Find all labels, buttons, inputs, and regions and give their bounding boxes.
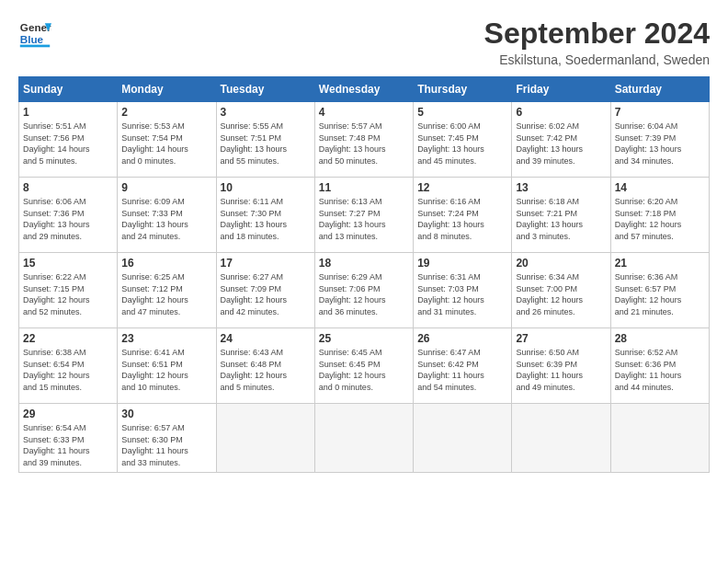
daylight-text: and 57 minutes. [615, 231, 705, 243]
daylight-text: Daylight: 12 hours [221, 370, 311, 382]
table-cell: 25Sunrise: 6:45 AMSunset: 6:45 PMDayligh… [314, 328, 413, 404]
header: General Blue September 2024 Eskilstuna, … [18, 17, 710, 67]
table-cell: 14Sunrise: 6:20 AMSunset: 7:18 PMDayligh… [610, 178, 709, 253]
table-cell: 12Sunrise: 6:16 AMSunset: 7:24 PMDayligh… [414, 178, 512, 253]
calendar-table: Sunday Monday Tuesday Wednesday Thursday… [18, 76, 710, 473]
week-row-3: 15Sunrise: 6:22 AMSunset: 7:15 PMDayligh… [19, 253, 710, 328]
table-cell: 29Sunrise: 6:54 AMSunset: 6:33 PMDayligh… [19, 404, 118, 473]
day-number: 27 [516, 332, 606, 345]
day-number: 15 [23, 257, 113, 270]
day-number: 23 [121, 332, 211, 345]
daylight-text: Daylight: 11 hours [121, 445, 211, 457]
daylight-text: Daylight: 13 hours [319, 144, 409, 155]
day-number: 4 [319, 106, 409, 119]
daylight-text: and 31 minutes. [417, 306, 507, 318]
col-tuesday: Tuesday [216, 77, 314, 102]
daylight-text: Daylight: 13 hours [221, 219, 311, 231]
day-number: 2 [121, 106, 211, 119]
day-number: 30 [121, 408, 211, 420]
sunrise-text: Sunrise: 6:06 AM [23, 196, 113, 208]
daylight-text: and 52 minutes. [23, 306, 113, 318]
day-number: 7 [615, 106, 705, 119]
daylight-text: and 18 minutes. [221, 231, 311, 243]
day-number: 5 [417, 106, 507, 119]
sunset-text: Sunset: 7:15 PM [23, 283, 113, 295]
sunset-text: Sunset: 6:48 PM [221, 359, 311, 371]
daylight-text: and 34 minutes. [615, 155, 705, 167]
daylight-text: and 10 minutes. [121, 382, 211, 394]
sunset-text: Sunset: 7:12 PM [121, 283, 211, 295]
daylight-text: Daylight: 12 hours [319, 370, 409, 382]
sunset-text: Sunset: 7:45 PM [417, 132, 507, 144]
main-title: September 2024 [484, 17, 710, 51]
week-row-1: 1Sunrise: 5:51 AMSunset: 7:56 PMDaylight… [19, 102, 710, 178]
sunrise-text: Sunrise: 5:51 AM [23, 121, 113, 132]
daylight-text: and 0 minutes. [319, 382, 409, 394]
table-cell: 23Sunrise: 6:41 AMSunset: 6:51 PMDayligh… [118, 328, 216, 404]
sunrise-text: Sunrise: 6:52 AM [615, 347, 705, 359]
table-cell: 15Sunrise: 6:22 AMSunset: 7:15 PMDayligh… [19, 253, 118, 328]
sunrise-text: Sunrise: 5:55 AM [221, 121, 311, 132]
daylight-text: and 15 minutes. [23, 382, 113, 394]
daylight-text: and 42 minutes. [221, 306, 311, 318]
sunrise-text: Sunrise: 6:43 AM [221, 347, 311, 359]
sunrise-text: Sunrise: 6:02 AM [516, 121, 606, 132]
sunrise-text: Sunrise: 6:57 AM [121, 422, 211, 434]
sunset-text: Sunset: 7:30 PM [221, 208, 311, 220]
table-cell: 19Sunrise: 6:31 AMSunset: 7:03 PMDayligh… [414, 253, 512, 328]
day-number: 10 [221, 181, 311, 194]
sunrise-text: Sunrise: 6:09 AM [121, 196, 211, 208]
sunset-text: Sunset: 7:21 PM [516, 208, 606, 220]
daylight-text: Daylight: 13 hours [319, 219, 409, 231]
sunrise-text: Sunrise: 6:38 AM [23, 347, 113, 359]
table-cell: 18Sunrise: 6:29 AMSunset: 7:06 PMDayligh… [314, 253, 413, 328]
daylight-text: Daylight: 12 hours [221, 294, 311, 306]
col-wednesday: Wednesday [314, 77, 413, 102]
sunset-text: Sunset: 6:57 PM [615, 283, 705, 295]
table-cell: 1Sunrise: 5:51 AMSunset: 7:56 PMDaylight… [19, 102, 118, 178]
sunset-text: Sunset: 6:39 PM [516, 359, 606, 371]
daylight-text: Daylight: 13 hours [23, 219, 113, 231]
sunrise-text: Sunrise: 6:13 AM [319, 196, 409, 208]
table-cell: 28Sunrise: 6:52 AMSunset: 6:36 PMDayligh… [610, 328, 709, 404]
sunrise-text: Sunrise: 6:29 AM [319, 271, 409, 283]
daylight-text: and 5 minutes. [221, 382, 311, 394]
day-number: 26 [417, 332, 507, 345]
logo-icon: General Blue [18, 17, 51, 53]
day-number: 3 [221, 106, 311, 119]
day-number: 14 [615, 181, 705, 194]
day-number: 22 [23, 332, 113, 345]
daylight-text: Daylight: 13 hours [121, 219, 211, 231]
logo: General Blue [18, 17, 55, 53]
daylight-text: and 55 minutes. [221, 155, 311, 167]
col-saturday: Saturday [610, 77, 709, 102]
daylight-text: and 33 minutes. [121, 457, 211, 469]
table-cell [512, 404, 610, 473]
day-number: 12 [417, 181, 507, 194]
sunrise-text: Sunrise: 5:53 AM [121, 121, 211, 132]
svg-text:Blue: Blue [20, 33, 44, 45]
table-cell [610, 404, 709, 473]
daylight-text: Daylight: 11 hours [615, 370, 705, 382]
sunrise-text: Sunrise: 6:47 AM [417, 347, 507, 359]
table-cell: 30Sunrise: 6:57 AMSunset: 6:30 PMDayligh… [118, 404, 216, 473]
daylight-text: Daylight: 12 hours [615, 294, 705, 306]
daylight-text: and 54 minutes. [417, 382, 507, 394]
sunrise-text: Sunrise: 6:31 AM [417, 271, 507, 283]
table-cell: 13Sunrise: 6:18 AMSunset: 7:21 PMDayligh… [512, 178, 610, 253]
daylight-text: Daylight: 13 hours [221, 144, 311, 155]
daylight-text: and 8 minutes. [417, 231, 507, 243]
sunset-text: Sunset: 7:48 PM [319, 132, 409, 144]
sunset-text: Sunset: 7:03 PM [417, 283, 507, 295]
day-number: 28 [615, 332, 705, 345]
day-number: 6 [516, 106, 606, 119]
day-number: 13 [516, 181, 606, 194]
daylight-text: and 45 minutes. [417, 155, 507, 167]
week-row-4: 22Sunrise: 6:38 AMSunset: 6:54 PMDayligh… [19, 328, 710, 404]
daylight-text: and 44 minutes. [615, 382, 705, 394]
table-cell: 11Sunrise: 6:13 AMSunset: 7:27 PMDayligh… [314, 178, 413, 253]
daylight-text: and 49 minutes. [516, 382, 606, 394]
daylight-text: Daylight: 14 hours [121, 144, 211, 155]
daylight-text: and 29 minutes. [23, 231, 113, 243]
sunset-text: Sunset: 7:18 PM [615, 208, 705, 220]
